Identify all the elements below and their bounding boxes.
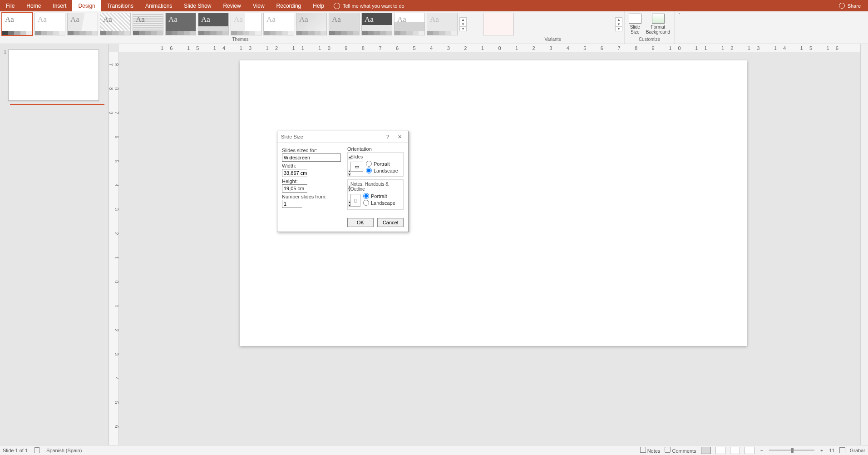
width-label: Width: <box>282 163 344 168</box>
slides-portrait-label: Portrait <box>374 161 390 167</box>
notes-legend: Notes, Handouts & Outline <box>350 182 400 192</box>
reading-view-button[interactable] <box>730 447 740 454</box>
notes-orientation-group: Notes, Handouts & Outline ▯ Portrait Lan… <box>347 179 404 210</box>
notes-button[interactable]: Notes <box>640 447 661 454</box>
sized-for-label: Slides sized for: <box>282 148 344 153</box>
modal-overlay <box>0 0 868 455</box>
slides-orientation-group: Slides ▭ Portrait Landscape <box>347 152 404 177</box>
zoom-level[interactable]: 11 <box>829 448 835 453</box>
cancel-button[interactable]: Cancel <box>377 218 404 227</box>
fit-to-window-icon[interactable] <box>839 447 845 453</box>
notes-icon <box>640 447 646 453</box>
notes-portrait-radio[interactable]: Portrait <box>363 193 395 199</box>
comments-button[interactable]: Comments <box>665 447 696 454</box>
dialog-help-button[interactable]: ? <box>383 132 393 142</box>
notes-landscape-label: Landscape <box>371 200 395 206</box>
zoom-in-button[interactable]: + <box>819 448 824 453</box>
width-input[interactable] <box>282 169 348 177</box>
slide-size-dialog: Slide Size ? ✕ Slides sized for: ▼ Width… <box>277 131 409 232</box>
dialog-close-button[interactable]: ✕ <box>395 132 404 142</box>
slides-legend: Slides <box>350 154 400 159</box>
zoom-slider[interactable] <box>769 450 814 451</box>
status-bar: Slide 1 of 1 Spanish (Spain) Notes Comme… <box>0 445 868 455</box>
grabar-button[interactable]: Grabar <box>850 448 865 453</box>
notes-portrait-label: Portrait <box>371 193 387 199</box>
comments-label: Comments <box>672 448 696 454</box>
width-spinbox[interactable]: ▲▼ <box>282 169 307 177</box>
slides-landscape-radio[interactable]: Landscape <box>366 168 398 173</box>
status-slide-count: Slide 1 of 1 <box>3 448 28 453</box>
slideshow-view-button[interactable] <box>745 447 755 454</box>
height-label: Height: <box>282 178 344 184</box>
number-from-input[interactable] <box>282 200 348 208</box>
notes-label: Notes <box>647 448 661 454</box>
normal-view-button[interactable] <box>701 447 711 454</box>
sized-for-combo[interactable]: ▼ <box>282 153 341 162</box>
height-input[interactable] <box>282 185 348 192</box>
dialog-title: Slide Size <box>281 134 303 139</box>
zoom-slider-thumb[interactable] <box>791 448 794 453</box>
notes-orient-icon: ▯ <box>350 194 360 207</box>
slides-orient-icon: ▭ <box>350 162 363 172</box>
number-from-spinbox[interactable]: ▲▼ <box>282 200 302 208</box>
notes-landscape-radio[interactable]: Landscape <box>363 200 395 206</box>
comments-icon <box>665 447 671 453</box>
zoom-out-button[interactable]: − <box>759 448 764 453</box>
ok-button[interactable]: OK <box>347 218 374 227</box>
dialog-titlebar[interactable]: Slide Size ? ✕ <box>277 131 408 143</box>
number-from-label: Number slides from: <box>282 194 344 199</box>
sorter-view-button[interactable] <box>715 447 725 454</box>
orientation-label: Orientation <box>347 146 404 152</box>
sized-for-input[interactable] <box>282 155 348 160</box>
spellcheck-icon[interactable] <box>34 447 40 453</box>
slides-portrait-radio[interactable]: Portrait <box>366 161 398 167</box>
height-spinbox[interactable]: ▲▼ <box>282 184 307 193</box>
slides-landscape-label: Landscape <box>374 168 398 173</box>
status-language[interactable]: Spanish (Spain) <box>46 448 82 453</box>
